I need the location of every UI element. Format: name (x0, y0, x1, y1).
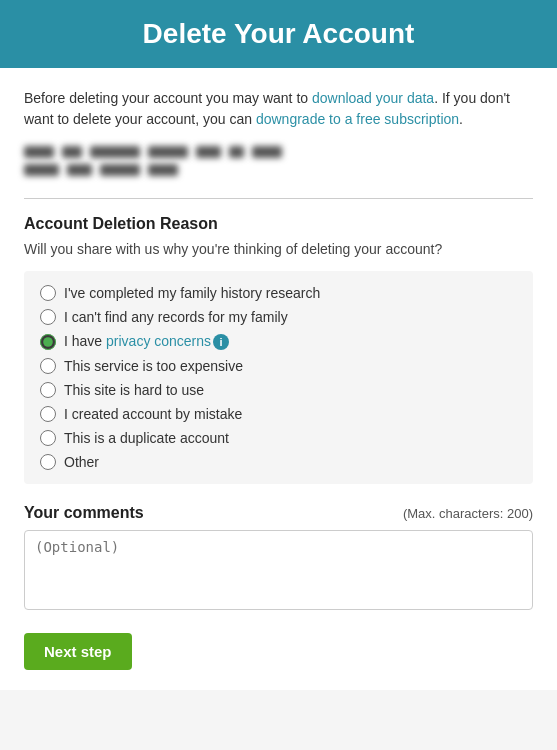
radio-other[interactable] (40, 454, 56, 470)
page-header: Delete Your Account (0, 0, 557, 68)
radio-item-completed[interactable]: I've completed my family history researc… (40, 285, 517, 301)
radio-hard-to-use-label: This site is hard to use (64, 382, 204, 398)
blurred-user-info (24, 146, 533, 199)
comments-header: Your comments (Max. characters: 200) (24, 504, 533, 522)
radio-item-hard-to-use[interactable]: This site is hard to use (40, 382, 517, 398)
radio-mistake[interactable] (40, 406, 56, 422)
radio-mistake-label: I created account by mistake (64, 406, 242, 422)
radio-no-records-label: I can't find any records for my family (64, 309, 288, 325)
radio-item-privacy[interactable]: I have privacy concernsi (40, 333, 517, 350)
page-title: Delete Your Account (20, 18, 537, 50)
radio-duplicate[interactable] (40, 430, 56, 446)
next-step-button[interactable]: Next step (24, 633, 132, 670)
radio-item-duplicate[interactable]: This is a duplicate account (40, 430, 517, 446)
comments-section: Your comments (Max. characters: 200) (24, 504, 533, 613)
intro-end-text: . (459, 111, 463, 127)
radio-expensive-label: This service is too expensive (64, 358, 243, 374)
deletion-reason-title: Account Deletion Reason (24, 215, 533, 233)
radio-item-mistake[interactable]: I created account by mistake (40, 406, 517, 422)
radio-expensive[interactable] (40, 358, 56, 374)
privacy-concerns-link[interactable]: privacy concerns (106, 333, 211, 349)
radio-hard-to-use[interactable] (40, 382, 56, 398)
comments-textarea[interactable] (24, 530, 533, 610)
radio-privacy[interactable] (40, 334, 56, 350)
privacy-info-icon[interactable]: i (213, 334, 229, 350)
radio-completed[interactable] (40, 285, 56, 301)
download-data-link[interactable]: download your data (312, 90, 434, 106)
radio-item-other[interactable]: Other (40, 454, 517, 470)
comments-label: Your comments (24, 504, 144, 522)
deletion-reason-group: I've completed my family history researc… (24, 271, 533, 484)
radio-item-expensive[interactable]: This service is too expensive (40, 358, 517, 374)
radio-duplicate-label: This is a duplicate account (64, 430, 229, 446)
intro-before-link: Before deleting your account you may wan… (24, 90, 312, 106)
downgrade-link[interactable]: downgrade to a free subscription (256, 111, 459, 127)
main-content: Before deleting your account you may wan… (0, 68, 557, 690)
comments-max-chars: (Max. characters: 200) (403, 506, 533, 521)
radio-privacy-label: I have privacy concernsi (64, 333, 229, 350)
radio-item-no-records[interactable]: I can't find any records for my family (40, 309, 517, 325)
radio-no-records[interactable] (40, 309, 56, 325)
radio-other-label: Other (64, 454, 99, 470)
intro-paragraph: Before deleting your account you may wan… (24, 88, 533, 130)
radio-completed-label: I've completed my family history researc… (64, 285, 320, 301)
deletion-reason-subtitle: Will you share with us why you're thinki… (24, 241, 533, 257)
